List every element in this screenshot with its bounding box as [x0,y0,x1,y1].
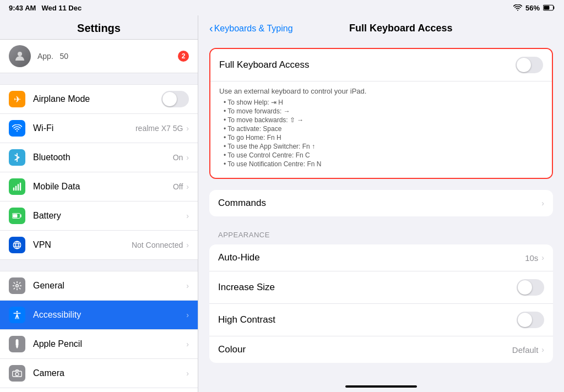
svg-point-17 [15,373,19,376]
increasesize-toggle-knob [518,280,532,295]
sidebar-group-2: General › Accessibility › [0,271,198,392]
sidebar-item-bluetooth[interactable]: Bluetooth On › [0,143,198,172]
colour-value: Default [512,345,539,355]
status-time: 9:43 AM [9,4,36,12]
sidebar-item-camera[interactable]: Camera › [0,359,198,388]
sidebar-item-battery[interactable]: Battery › [0,202,198,231]
sidebar-item-general[interactable]: General › [0,271,198,301]
main-layout: Settings App. 50 2 ✈ Airplane Mode [0,15,564,392]
sidebar: Settings App. 50 2 ✈ Airplane Mode [0,15,198,392]
svg-point-13 [17,311,18,313]
colour-chevron: › [541,345,544,354]
home-bar [345,385,417,388]
svg-rect-1 [544,6,549,10]
commands-label: Commands [218,198,541,209]
vpn-label: VPN [33,240,132,250]
fka-desc-item-7: • To use Control Centre: Fn C [219,151,543,159]
svg-marker-15 [16,346,19,349]
sidebar-item-accessibility[interactable]: Accessibility › [0,301,198,330]
commands-row[interactable]: Commands › [209,190,553,216]
status-date: Wed 11 Dec [41,4,82,12]
back-chevron-icon: ‹ [209,22,213,35]
battery-icon [543,4,555,11]
wifi-sidebar-icon [9,120,25,137]
accessibility-icon [9,307,25,323]
airplane-toggle[interactable] [161,91,189,107]
fka-label: Full Keyboard Access [219,59,516,70]
autohide-value: 10s [525,253,538,263]
mobiledata-icon [9,178,25,195]
camera-label: Camera [33,368,186,378]
sidebar-group-1: ✈ Airplane Mode Wi-Fi realme X7 5G [0,84,198,260]
back-button[interactable]: ‹ Keyboards & Typing [209,22,293,35]
vpn-icon [9,237,25,253]
svg-rect-3 [13,188,14,191]
battery-label: Battery [33,211,186,221]
highcontrast-label: High Contrast [218,314,517,325]
svg-rect-4 [15,186,17,190]
fka-desc-item-1: • To show Help: ⇥ H [219,99,543,106]
airplane-toggle-knob [162,92,177,106]
wifi-icon [513,4,522,11]
fka-desc-item-4: • To activate: Space [219,125,543,133]
back-label: Keyboards & Typing [214,24,293,34]
status-right: 56% [513,4,555,12]
autohide-chevron: › [541,253,544,262]
sidebar-item-vpn[interactable]: VPN Not Connected › [0,231,198,260]
vpn-value: Not Connected [132,241,183,249]
fka-desc-item-5: • To go Home: Fn H [219,134,543,141]
general-chevron: › [186,281,189,290]
notification-badge: 2 [178,51,189,62]
bluetooth-value: On [173,153,183,162]
fka-desc-item-8: • To use Notification Centre: Fn N [219,160,543,168]
fka-card: Full Keyboard Access Use an external key… [209,48,553,179]
sidebar-item-airplane[interactable]: ✈ Airplane Mode [0,84,198,114]
general-label: General [33,281,186,291]
battery-percent: 56% [525,4,540,12]
fka-desc-title: Use an external keyboard to control your… [219,87,543,95]
mobiledata-label: Mobile Data [33,182,173,192]
avatar [9,45,31,67]
status-bar: 9:43 AM Wed 11 Dec 56% [0,0,564,15]
increasesize-toggle[interactable] [517,279,544,296]
top-item-name: App. 50 [37,52,68,61]
sidebar-item-applepencil[interactable]: Apple Pencil › [0,330,198,359]
vpn-chevron: › [186,241,189,249]
sidebar-item-mobiledata[interactable]: Mobile Data Off › [0,172,198,202]
camera-icon [9,365,25,382]
accessibility-chevron: › [186,311,189,319]
wifi-label: Wi-Fi [33,123,135,133]
camera-chevron: › [186,369,189,378]
svg-rect-6 [20,183,21,190]
wifi-value: realme X7 5G [135,124,183,133]
svg-point-9 [13,241,21,249]
highcontrast-row[interactable]: High Contrast [209,304,553,336]
svg-rect-14 [16,339,19,346]
fka-toggle-row[interactable]: Full Keyboard Access [210,49,552,81]
fka-description: Use an external keyboard to control your… [210,81,552,178]
sidebar-item-controlcentre[interactable]: Control Centre › [0,388,198,392]
right-panel: ‹ Keyboards & Typing Full Keyboard Acces… [198,15,564,392]
increasesize-row[interactable]: Increase Size [209,271,553,304]
fka-desc-item-6: • To use the App Switcher: Fn ↑ [219,143,543,150]
status-left: 9:43 AM Wed 11 Dec [9,4,82,12]
mobiledata-chevron: › [186,182,189,191]
colour-label: Colour [218,344,512,355]
sidebar-item-wifi[interactable]: Wi-Fi realme X7 5G › [0,114,198,143]
fka-toggle[interactable] [516,57,543,73]
autohide-row[interactable]: Auto-Hide 10s › [209,244,553,271]
sidebar-top-item[interactable]: App. 50 2 [0,40,198,73]
wifi-chevron: › [186,124,189,133]
appearance-group: Auto-Hide 10s › Increase Size High Contr… [209,244,553,363]
fka-desc-item-3: • To move backwards: ⇧ → [219,116,543,124]
battery-sidebar-icon [9,208,25,224]
accessibility-label: Accessibility [33,310,186,320]
appearance-section-label: APPEARANCE [209,227,553,242]
svg-rect-5 [18,184,19,190]
colour-row[interactable]: Colour Default › [209,336,553,363]
fka-toggle-knob [517,58,531,72]
highcontrast-toggle[interactable] [517,312,544,328]
bluetooth-label: Bluetooth [33,153,173,162]
commands-chevron: › [541,199,544,208]
airplane-label: Airplane Mode [33,94,161,104]
